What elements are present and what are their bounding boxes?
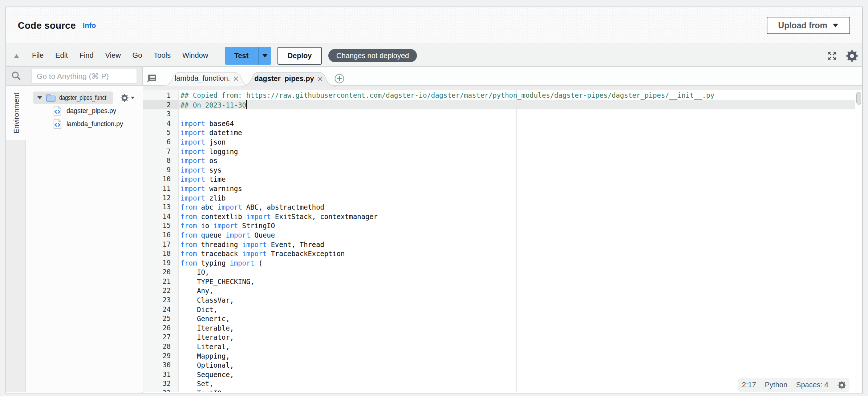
menu-item-go[interactable]: Go <box>133 51 142 60</box>
menu-item-window[interactable]: Window <box>182 51 208 60</box>
code-line-3 <box>143 110 862 119</box>
code-line-32: Set, <box>143 379 862 389</box>
tab-bar: lambda_function. dagster_pipes.py <box>143 67 862 86</box>
code-line-20: IO, <box>143 268 862 277</box>
goto-anything-input[interactable] <box>31 69 137 84</box>
tab-label: lambda_function. <box>175 74 230 82</box>
code-line-2: ## On 2023-11-30 <box>143 100 862 110</box>
code-line-22: Any, <box>143 286 862 296</box>
code-line-25: Generic, <box>143 314 862 324</box>
text-cursor <box>246 100 247 109</box>
chevron-down-icon <box>37 96 42 100</box>
code-line-31: Sequence, <box>143 370 862 380</box>
code-line-13: from abc import ABC, abstractmethod <box>143 203 862 212</box>
page-title: Code source <box>18 20 76 31</box>
editor-menu: FileEditFindViewGoToolsWindow <box>32 44 208 66</box>
menu-bar: FileEditFindViewGoToolsWindow Test Deplo… <box>6 44 862 67</box>
code-line-14: from contextlib import ExitStack, contex… <box>143 212 862 222</box>
code-line-5: import datetime <box>143 128 862 138</box>
menu-item-tools[interactable]: Tools <box>154 51 171 60</box>
folder-icon <box>46 93 56 102</box>
test-button[interactable]: Test <box>225 47 258 65</box>
close-icon[interactable] <box>233 76 239 82</box>
goto-anything-row <box>6 67 142 86</box>
code-line-7: import logging <box>143 147 862 157</box>
code-line-6: import json <box>143 138 862 147</box>
code-line-29: Mapping, <box>143 352 862 361</box>
code-line-23: ClassVar, <box>143 296 862 305</box>
environment-tab-label: Environment <box>12 93 21 133</box>
caret-down-icon <box>832 23 839 28</box>
code-line-8: import os <box>143 156 862 166</box>
upload-from-button[interactable]: Upload from <box>767 17 850 34</box>
tree-folder-label: dagster_pipes_funct <box>59 94 106 102</box>
sidebar: Environment dagster_pipes_funct <box>6 67 143 393</box>
tree-file-row[interactable]: lambda_function.py <box>53 117 140 130</box>
menu-item-file[interactable]: File <box>32 51 44 60</box>
tab-list-icon <box>147 74 156 82</box>
test-dropdown-button[interactable] <box>258 47 271 65</box>
fullscreen-icon <box>827 51 837 61</box>
code-line-27: Iterator, <box>143 333 862 342</box>
caret-down-icon <box>131 96 135 100</box>
code-line-24: Dict, <box>143 305 862 315</box>
code-source-panel: Code source Info Upload from FileEditFin… <box>5 7 863 393</box>
collapse-panel-button[interactable] <box>14 53 19 58</box>
close-icon[interactable] <box>317 76 323 82</box>
panel-header: Code source Info Upload from <box>6 7 862 44</box>
fullscreen-button[interactable] <box>827 51 837 61</box>
code-line-10: import time <box>143 175 862 184</box>
test-split-button[interactable]: Test <box>225 47 271 65</box>
code-line-9: import sys <box>143 166 862 175</box>
tab-dagster-pipes[interactable]: dagster_pipes.py <box>241 71 336 87</box>
collapse-triangle-icon <box>14 54 19 58</box>
python-file-icon <box>53 106 62 116</box>
code-editor[interactable]: 1234567891011121314151617181920212223242… <box>143 90 862 392</box>
code-line-1: ## Copied from: https://raw.githubuserco… <box>143 91 862 100</box>
code-line-4: import base64 <box>143 119 862 129</box>
tree-settings-button[interactable] <box>120 92 135 103</box>
search-icon <box>11 71 21 81</box>
tab-lambda-function[interactable]: lambda_function. <box>163 71 251 86</box>
code-line-33: TextIO, <box>143 389 862 392</box>
editor-main: Environment dagster_pipes_funct <box>6 67 862 393</box>
menu-item-edit[interactable]: Edit <box>55 51 68 60</box>
code-line-19: from typing import ( <box>143 259 862 268</box>
caret-down-icon <box>262 54 268 58</box>
file-tree: dagster_pipes_funct <box>27 86 143 392</box>
code-line-30: Optional, <box>143 361 862 370</box>
menu-item-find[interactable]: Find <box>80 51 94 60</box>
code-content: ## Copied from: https://raw.githubuserco… <box>143 91 862 392</box>
editor-pane: lambda_function. dagster_pipes.py <box>143 67 862 393</box>
code-line-28: Literal, <box>143 342 862 352</box>
code-line-18: from traceback import TracebackException <box>143 249 862 259</box>
code-line-15: from io import StringIO <box>143 221 862 231</box>
tab-label: dagster_pipes.py <box>254 74 314 83</box>
tab-list-button[interactable] <box>147 74 156 82</box>
menu-item-view[interactable]: View <box>105 51 121 60</box>
tree-file-row[interactable]: dagster_pipes.py <box>53 104 140 117</box>
code-line-16: from queue import Queue <box>143 231 862 240</box>
tree-folder-row[interactable]: dagster_pipes_funct <box>33 92 113 104</box>
environment-tab[interactable]: Environment <box>6 86 27 140</box>
code-line-12: import zlib <box>143 194 862 203</box>
info-link[interactable]: Info <box>83 21 96 30</box>
changes-not-deployed-badge: Changes not deployed <box>328 49 417 62</box>
python-file-icon <box>53 119 62 129</box>
gear-icon <box>845 49 859 63</box>
tree-file-label: lambda_function.py <box>66 120 123 128</box>
code-line-21: TYPE_CHECKING, <box>143 277 862 287</box>
code-line-11: import warnings <box>143 184 862 194</box>
sidebar-body: Environment dagster_pipes_funct <box>6 86 142 392</box>
upload-from-label: Upload from <box>778 21 827 31</box>
tree-file-label: dagster_pipes.py <box>66 107 116 115</box>
code-line-17: from threading import Event, Thread <box>143 240 862 250</box>
editor-settings-button[interactable] <box>845 49 859 63</box>
deploy-button[interactable]: Deploy <box>277 47 322 65</box>
code-line-26: Iterable, <box>143 324 862 333</box>
gear-icon <box>120 93 129 103</box>
